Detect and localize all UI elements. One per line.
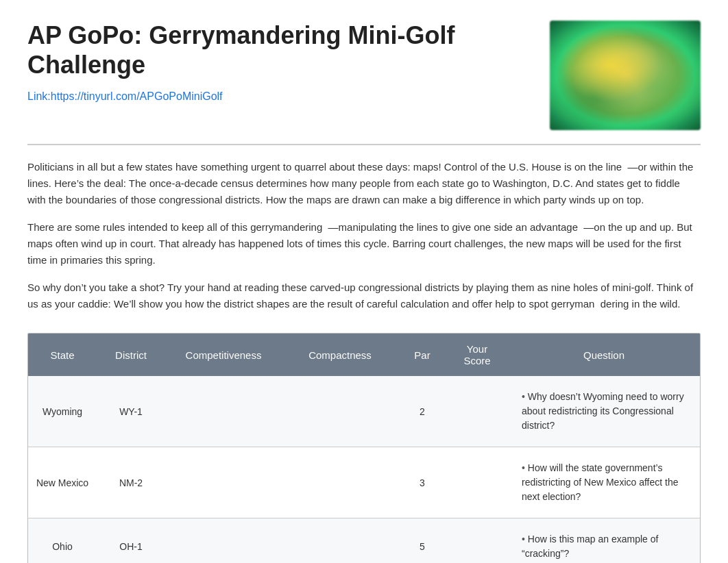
paragraph-2: There are some rules intended to keep al… — [27, 219, 701, 268]
cell-state: Ohio — [28, 518, 97, 564]
cell-state: Wyoming — [28, 376, 97, 447]
cell-compactness — [282, 518, 398, 564]
paragraph-3: So why don’t you take a shot? Try your h… — [27, 279, 701, 312]
body-content: Politicians in all but a few states have… — [27, 159, 701, 312]
table-body: WyomingWY-12Why doesn’t Wyoming need to … — [28, 376, 700, 563]
cell-question: Why doesn’t Wyoming need to worry about … — [508, 376, 700, 447]
header-competitiveness: Competitiveness — [165, 334, 282, 376]
table-row: WyomingWY-12Why doesn’t Wyoming need to … — [28, 376, 700, 447]
header-text: AP GoPo: Gerrymandering Mini-Golf Challe… — [27, 21, 529, 103]
header-question: Question — [508, 334, 700, 376]
paragraph-1: Politicians in all but a few states have… — [27, 159, 701, 208]
cell-par: 3 — [398, 447, 446, 518]
header-your-score: Your Score — [446, 334, 508, 376]
table-header-row: State District Competitiveness Compactne… — [28, 334, 700, 376]
cell-question: How is this map an example of “cracking”… — [508, 518, 700, 564]
cell-competitiveness — [165, 376, 282, 447]
header-state: State — [28, 334, 97, 376]
question-item: How will the state government’s redistri… — [522, 461, 693, 504]
cell-question: How will the state government’s redistri… — [508, 447, 700, 518]
cell-par: 5 — [398, 518, 446, 564]
header-district: District — [97, 334, 165, 376]
cell-par: 2 — [398, 376, 446, 447]
page-title: AP GoPo: Gerrymandering Mini-Golf Challe… — [27, 21, 529, 79]
table-row: OhioOH-15How is this map an example of “… — [28, 518, 700, 564]
cell-district: WY-1 — [97, 376, 165, 447]
main-table: State District Competitiveness Compactne… — [28, 334, 700, 563]
header-compactness: Compactness — [282, 334, 398, 376]
question-item: How is this map an example of “cracking”… — [522, 532, 693, 561]
cell-district: OH-1 — [97, 518, 165, 564]
cell-compactness — [282, 447, 398, 518]
table-section: State District Competitiveness Compactne… — [27, 333, 701, 563]
header-par: Par — [398, 334, 446, 376]
cell-competitiveness — [165, 447, 282, 518]
cell-state: New Mexico — [28, 447, 97, 518]
header-map-image — [550, 21, 701, 130]
cell-your-score — [446, 447, 508, 518]
cell-your-score — [446, 518, 508, 564]
tinyurl-link[interactable]: Link:https://tinyurl.com/APGoPoMiniGolf — [27, 90, 223, 102]
header-section: AP GoPo: Gerrymandering Mini-Golf Challe… — [27, 21, 701, 145]
cell-competitiveness — [165, 518, 282, 564]
table-row: New MexicoNM-23How will the state govern… — [28, 447, 700, 518]
cell-compactness — [282, 376, 398, 447]
cell-your-score — [446, 376, 508, 447]
cell-district: NM-2 — [97, 447, 165, 518]
question-item: Why doesn’t Wyoming need to worry about … — [522, 390, 693, 433]
